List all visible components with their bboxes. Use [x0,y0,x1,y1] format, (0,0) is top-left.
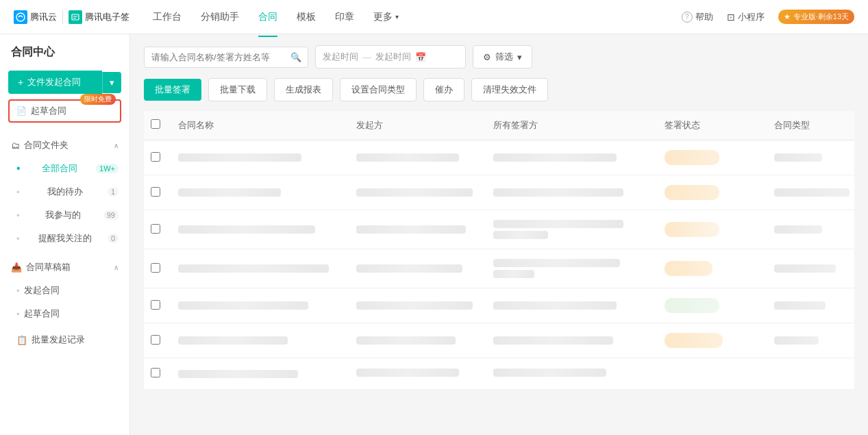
row7-signers [486,359,658,389]
sidebar-item-start-contract[interactable]: • 发起合同 [0,279,129,302]
row3-type [767,216,854,243]
row4-checkbox[interactable] [144,253,171,284]
row3-status [658,212,767,247]
search-input[interactable] [144,47,308,68]
sidebar: 合同中心 + 文件发起合同 ▾ 限时免费 📄 起草合同 🗂 合同文件夹 [0,34,130,435]
row5-signers [486,292,658,319]
file-start-arrow-btn[interactable]: ▾ [102,72,121,93]
row6-checkbox[interactable] [144,325,171,356]
batch-icon: 📋 [16,335,27,345]
row1-signers [486,144,658,171]
dot-icon-3: • [16,309,20,319]
main-layout: 合同中心 + 文件发起合同 ▾ 限时免费 📄 起草合同 🗂 合同文件夹 [0,34,868,435]
main-nav: 工作台 分销助手 合同 模板 印章 更多 ▾ [153,8,665,26]
row7-status [658,364,767,384]
calendar-icon: 📅 [415,52,426,62]
row4-signers [486,249,658,288]
row-checkbox[interactable] [151,300,160,310]
batch-download-btn[interactable]: 批量下载 [208,78,267,101]
table-row [144,358,854,390]
tencent-cloud-logo[interactable]: 腾讯云 [14,10,57,24]
generate-report-btn[interactable]: 生成报表 [274,78,333,101]
row5-checkbox[interactable] [144,290,171,321]
row6-status [658,323,767,358]
header-checkbox[interactable] [144,111,171,140]
nav-seal[interactable]: 印章 [335,8,354,26]
nav-contract[interactable]: 合同 [258,8,277,26]
row-checkbox[interactable] [151,224,160,234]
pending-badge: 1 [108,187,119,197]
file-start-main-btn[interactable]: + 文件发起合同 [8,71,102,94]
esign-logo[interactable]: 腾讯电子签 [62,10,129,24]
svg-rect-1 [72,14,79,20]
contract-table: 合同名称 发起方 所有签署方 签署状态 合同类型 [144,111,854,390]
dot-icon-2: • [16,286,20,296]
row6-initiator [349,327,486,354]
row1-type [767,144,854,171]
header-all-signers: 所有签署方 [486,111,658,140]
miniapp-icon: ⊡ [727,12,735,23]
search-icon: 🔍 [290,52,301,62]
row5-status [658,288,767,323]
sidebar-item-watched[interactable]: • 提醒我关注的 0 [0,227,129,250]
row4-status [658,251,767,286]
row4-initiator [349,255,486,282]
date-range-picker[interactable]: 发起时间 — 发起时间 📅 [315,45,466,69]
nav-more[interactable]: 更多 ▾ [373,8,399,26]
header-contract-type: 合同类型 [767,111,854,140]
miniapp-btn[interactable]: ⊡ 小程序 [727,11,765,23]
row7-checkbox[interactable] [144,358,171,389]
chevron-up-icon-2: ∧ [114,264,119,271]
folder-section-header[interactable]: 🗂 合同文件夹 ∧ [0,134,129,157]
table-row [144,249,854,288]
table-row [144,323,854,358]
nav-right: ? 帮助 ⊡ 小程序 ★ 专业版·剩余13天 [682,10,854,24]
row-checkbox[interactable] [151,335,160,345]
row-checkbox[interactable] [151,152,160,162]
sidebar-item-all-contracts[interactable]: 全部合同 1W+ [0,157,129,180]
header-initiator: 发起方 [349,111,486,140]
sidebar-item-batch-record[interactable]: 📋 批量发起记录 [0,328,129,351]
filter-icon: ⚙ [483,52,491,62]
set-contract-type-btn[interactable]: 设置合同类型 [340,78,417,101]
nav-template[interactable]: 模板 [297,8,316,26]
help-btn[interactable]: ? 帮助 [682,11,713,23]
table-row [144,210,854,249]
participated-badge: 99 [103,210,119,220]
chevron-down-icon: ▾ [110,77,114,88]
question-icon: ? [682,12,693,23]
dot-icon: • [16,187,20,197]
remind-btn[interactable]: 催办 [423,78,464,101]
sidebar-item-draft-contract[interactable]: • 起草合同 [0,302,129,325]
chevron-down-icon: ▾ [395,13,399,21]
draft-box-icon: 📥 [11,262,22,273]
row-checkbox[interactable] [151,368,160,377]
limited-badge: 限时免费 [80,94,116,105]
svg-point-0 [16,13,25,21]
row4-name [171,255,349,282]
draft-section-header[interactable]: 📥 合同草稿箱 ∧ [0,256,129,279]
row6-signers [486,327,658,354]
sidebar-item-participated[interactable]: • 我参与的 99 [0,203,129,227]
draft-contract-btn[interactable]: 限时免费 📄 起草合同 [8,99,121,123]
nav-workbench[interactable]: 工作台 [153,8,182,26]
row2-checkbox[interactable] [144,177,171,208]
batch-sign-btn[interactable]: 批量签署 [144,79,201,101]
file-start-btn-row: + 文件发起合同 ▾ [8,71,121,94]
row3-checkbox[interactable] [144,214,171,245]
row-checkbox[interactable] [151,263,160,273]
clear-invalid-btn[interactable]: 清理失效文件 [471,78,548,101]
row3-signers [486,210,658,249]
pro-badge[interactable]: ★ 专业版·剩余13天 [778,10,854,24]
row1-checkbox[interactable] [144,142,171,173]
filter-btn[interactable]: ⚙ 筛选 ▾ [473,45,532,69]
row2-initiator [349,179,486,206]
nav-distribution[interactable]: 分销助手 [201,8,239,26]
select-all-checkbox[interactable] [151,119,160,129]
row-checkbox[interactable] [151,187,160,197]
row1-status [658,140,767,175]
row4-type [767,255,854,282]
dot-icon: • [16,234,20,244]
search-input-wrap: 🔍 [144,47,308,68]
sidebar-item-my-pending[interactable]: • 我的待办 1 [0,180,129,203]
